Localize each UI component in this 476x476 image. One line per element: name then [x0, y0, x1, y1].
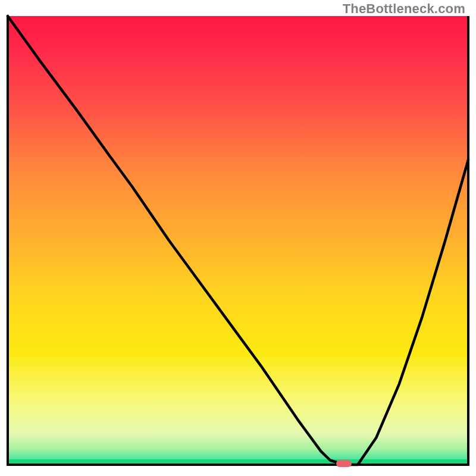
chart-svg	[0, 0, 476, 476]
plot-background	[8, 16, 468, 465]
watermark-text: TheBottleneck.com	[343, 1, 465, 17]
chart-root: TheBottleneck.com	[0, 0, 476, 476]
optimal-point-marker	[336, 460, 352, 467]
